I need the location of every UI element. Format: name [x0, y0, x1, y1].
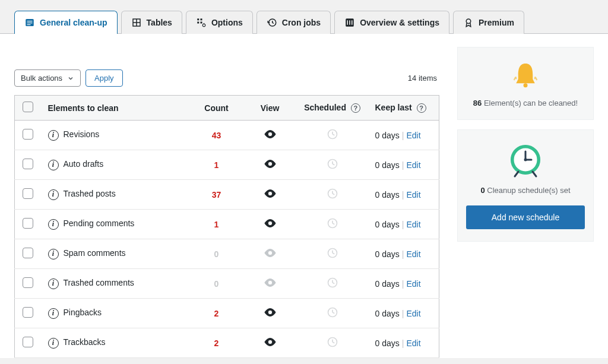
row-checkbox[interactable] — [23, 307, 33, 318]
svg-rect-1 — [27, 21, 33, 21]
row-count: 1 — [214, 220, 219, 229]
svg-rect-15 — [347, 20, 349, 25]
row-checkbox[interactable] — [23, 218, 33, 229]
edit-link[interactable]: Edit — [406, 249, 420, 259]
view-eye-icon[interactable] — [264, 252, 277, 261]
schedule-summary-card: 0 Cleanup schedule(s) set Add new schedu… — [457, 129, 594, 242]
scheduled-clock-icon — [327, 251, 338, 261]
view-eye-icon[interactable] — [264, 192, 277, 202]
row-checkbox[interactable] — [23, 248, 33, 258]
sidebar: 86 Element(s) can be cleaned! 0 Cleanup … — [457, 47, 594, 242]
svg-line-36 — [332, 283, 334, 284]
svg-point-43 — [524, 83, 528, 87]
info-icon[interactable]: i — [48, 189, 59, 200]
tab-options[interactable]: Options — [186, 11, 253, 34]
keep-days: 0 days — [375, 309, 400, 318]
view-eye-icon[interactable] — [264, 163, 277, 172]
list-icon — [24, 17, 35, 28]
table-row: iTrashed comments00 days|Edit — [15, 269, 439, 299]
edit-link[interactable]: Edit — [406, 160, 420, 170]
row-count: 0 — [214, 279, 219, 289]
info-icon[interactable]: i — [48, 130, 59, 141]
row-count: 37 — [212, 190, 221, 200]
th-keep-last: Keep last ? — [368, 96, 439, 121]
svg-line-27 — [332, 194, 334, 195]
svg-rect-2 — [27, 23, 33, 23]
keep-days: 0 days — [375, 160, 400, 170]
edit-link[interactable]: Edit — [406, 338, 420, 348]
history-icon — [267, 17, 277, 28]
add-schedule-button[interactable]: Add new schedule — [466, 205, 585, 229]
th-count: Count — [190, 96, 243, 121]
tab-tables[interactable]: Tables — [121, 11, 182, 34]
edit-link[interactable]: Edit — [406, 309, 420, 318]
edit-link[interactable]: Edit — [406, 279, 420, 289]
scheduled-clock-icon — [327, 340, 338, 350]
badge-icon — [463, 17, 474, 28]
bulk-actions-label: Bulk actions — [21, 74, 62, 83]
info-icon[interactable]: i — [48, 338, 59, 349]
row-checkbox[interactable] — [23, 337, 33, 347]
tab-label: Premium — [479, 18, 514, 27]
view-eye-icon[interactable] — [264, 222, 277, 232]
bulk-actions-select[interactable]: Bulk actions — [14, 69, 81, 87]
tab-cron[interactable]: Cron jobs — [256, 11, 331, 34]
table-row: iTrashed posts370 days|Edit — [15, 180, 439, 210]
svg-line-30 — [332, 223, 334, 224]
clock-icon — [506, 142, 544, 180]
view-eye-icon[interactable] — [264, 133, 277, 143]
row-name: Trashed comments — [64, 278, 134, 287]
apply-button[interactable]: Apply — [86, 69, 123, 87]
view-eye-icon[interactable] — [264, 311, 277, 321]
tab-overview[interactable]: Overview & settings — [334, 11, 449, 34]
view-eye-icon[interactable] — [264, 281, 277, 291]
select-all-checkbox[interactable] — [23, 102, 33, 112]
edit-link[interactable]: Edit — [406, 220, 420, 229]
info-icon[interactable]: i — [48, 278, 59, 289]
info-icon[interactable]: i — [48, 160, 59, 170]
view-eye-icon[interactable] — [264, 341, 277, 350]
row-name: Trackbacks — [64, 337, 106, 347]
info-icon[interactable]: i — [48, 249, 59, 259]
bell-icon — [509, 59, 542, 93]
scheduled-clock-icon — [327, 311, 338, 320]
tabs-bar: General clean-up Tables Options Cron job… — [0, 0, 608, 34]
info-icon[interactable]: i — [48, 219, 59, 230]
edit-link[interactable]: Edit — [406, 131, 420, 140]
scheduled-clock-icon — [327, 192, 338, 201]
row-name: Pingbacks — [64, 308, 102, 317]
row-checkbox[interactable] — [23, 188, 33, 199]
scheduled-clock-icon — [327, 132, 338, 142]
row-name: Revisions — [64, 129, 100, 139]
tab-general-cleanup[interactable]: General clean-up — [14, 11, 118, 34]
chevron-down-icon — [67, 75, 74, 82]
edit-link[interactable]: Edit — [406, 190, 420, 200]
table-row: iAuto drafts10 days|Edit — [15, 150, 439, 180]
th-elements: Elements to clean — [41, 96, 190, 121]
scheduled-clock-icon — [327, 281, 338, 290]
cleanable-summary-card: 86 Element(s) can be cleaned! — [457, 47, 594, 120]
row-checkbox[interactable] — [23, 159, 33, 169]
row-checkbox[interactable] — [23, 129, 33, 140]
tab-premium[interactable]: Premium — [453, 11, 524, 34]
help-icon[interactable]: ? — [351, 103, 360, 113]
keep-days: 0 days — [375, 338, 400, 348]
keep-days: 0 days — [375, 190, 400, 200]
keep-days: 0 days — [375, 279, 400, 289]
row-checkbox[interactable] — [23, 277, 33, 288]
settings-icon — [196, 17, 207, 28]
tab-label: General clean-up — [40, 18, 107, 27]
items-count: 14 items — [408, 74, 439, 83]
tab-label: Options — [211, 18, 243, 27]
keep-days: 0 days — [375, 220, 400, 229]
tab-label: Overview & settings — [360, 18, 439, 27]
help-icon[interactable]: ? — [417, 103, 426, 113]
row-count: 2 — [214, 309, 219, 318]
info-icon[interactable]: i — [48, 308, 59, 319]
tab-label: Cron jobs — [282, 18, 321, 27]
card-text: 0 Cleanup schedule(s) set — [466, 186, 585, 195]
row-name: Trashed posts — [64, 189, 116, 198]
svg-line-21 — [332, 134, 334, 135]
keep-days: 0 days — [375, 249, 400, 259]
svg-line-33 — [332, 253, 334, 254]
